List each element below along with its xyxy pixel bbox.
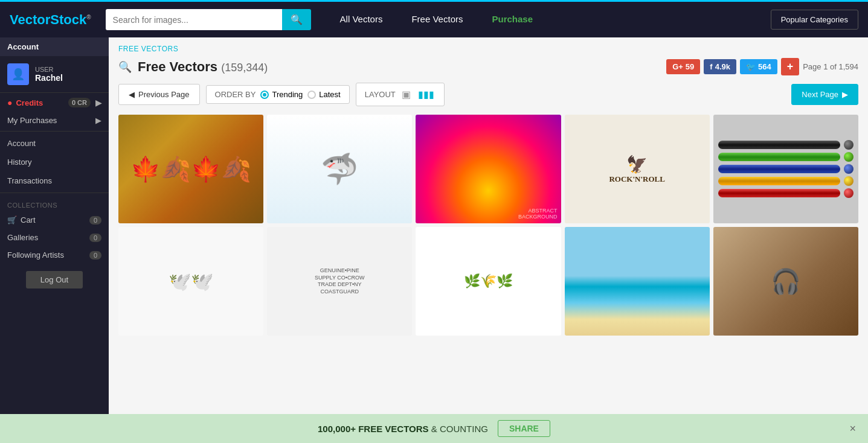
image-item[interactable]: 🌿🌾🌿	[416, 227, 561, 336]
grid-layout-icon[interactable]: ▣	[400, 88, 412, 101]
main-content: FREE VECTORS 🔍 Free Vectors (159,344) G+…	[109, 37, 868, 443]
sidebar-item-transactions[interactable]: Transactions	[0, 171, 109, 190]
nav-tab-free-vectors[interactable]: Free Vectors	[397, 8, 477, 32]
image-item[interactable]: 🍁🍂🍁🍂	[118, 115, 263, 223]
avatar: 👤	[7, 63, 29, 85]
trending-radio[interactable]	[260, 91, 269, 99]
banner-bold-text: 100,000+ FREE VECTORS	[318, 424, 429, 434]
image-item[interactable]: 🦅 ROCK'N'ROLL	[565, 115, 710, 223]
page-title-row: 🔍 Free Vectors (159,344)	[118, 59, 268, 75]
trending-label: Trending	[272, 90, 303, 99]
latest-option[interactable]: Latest	[307, 90, 340, 99]
latest-radio[interactable]	[307, 91, 316, 99]
credits-amount: 0 CR	[68, 98, 91, 107]
order-by-label: ORDER BY	[215, 90, 256, 99]
banner-counting: & COUNTING	[431, 424, 488, 434]
facebook-icon: f	[710, 62, 712, 71]
galleries-count: 0	[89, 234, 101, 242]
image-item[interactable]	[713, 115, 858, 223]
layout-label: LAYOUT	[365, 90, 396, 99]
logo-stock: Stock	[50, 12, 86, 27]
sidebar: Account 👤 USER Rachel ● Credits 0 CR ▶ M…	[0, 37, 109, 443]
bottom-banner: 100,000+ FREE VECTORS & COUNTING SHARE ×	[0, 414, 868, 443]
latest-label: Latest	[319, 90, 340, 99]
image-item[interactable]: GENUINE•PINESUPPLY CO•CROWTRADE DEPT•NYC…	[267, 227, 412, 336]
search-button[interactable]: 🔍	[282, 9, 311, 30]
addthis-button[interactable]: +	[781, 58, 800, 75]
following-artists-count: 0	[89, 251, 101, 260]
previous-page-button[interactable]: ◀ Previous Page	[118, 84, 200, 105]
beach-image	[565, 227, 710, 336]
image-item[interactable]: ABSTRACTBACKGROUND	[416, 115, 561, 223]
wings-image: 🕊️🕊️	[118, 227, 263, 336]
image-item[interactable]	[565, 227, 710, 336]
abstract-label: ABSTRACTBACKGROUND	[518, 208, 558, 220]
twitter-count: 564	[758, 62, 771, 71]
popular-categories-button[interactable]: Popular Categories	[771, 10, 858, 30]
cart-row[interactable]: 🛒 Cart 0	[0, 211, 109, 229]
account-tab[interactable]: Account	[0, 37, 109, 56]
twitter-button[interactable]: 🐦 564	[740, 59, 777, 74]
rockroll-image: 🦅 ROCK'N'ROLL	[565, 115, 710, 223]
buttons-image	[713, 115, 858, 223]
shark-image: 🦈	[267, 115, 412, 223]
account-tab-label: Account	[7, 42, 39, 51]
divider-2	[0, 193, 109, 193]
following-artists-row[interactable]: Following Artists 0	[0, 246, 109, 264]
cart-label: Cart	[21, 215, 36, 225]
sidebar-item-account[interactable]: Account	[0, 134, 109, 153]
logo[interactable]: VectorStock®	[10, 12, 91, 28]
facebook-count: 4.9k	[715, 62, 730, 71]
social-row: G+ 59 f 4.9k 🐦 564 + Page 1 of 1,594	[666, 58, 858, 75]
banner-text: 100,000+ FREE VECTORS & COUNTING	[318, 424, 488, 434]
nav-tab-all-vectors[interactable]: All Vectors	[326, 8, 397, 32]
username: Rachel	[35, 73, 63, 83]
nav-tabs: All Vectors Free Vectors Purchase	[326, 8, 547, 32]
page-header: 🔍 Free Vectors (159,344) G+ 59 f 4.9k 🐦 …	[118, 58, 858, 75]
divider-1	[0, 131, 109, 132]
logout-button[interactable]: Log Out	[26, 271, 83, 288]
google-plus-button[interactable]: G+ 59	[666, 59, 700, 74]
facebook-button[interactable]: f 4.9k	[704, 59, 736, 74]
galleries-row[interactable]: Galleries 0	[0, 229, 109, 246]
vector-count: (159,344)	[221, 62, 268, 74]
prev-arrow-icon: ◀	[129, 90, 135, 99]
my-purchases-label: My Purchases	[7, 116, 57, 125]
user-section: 👤 USER Rachel	[0, 56, 109, 93]
list-layout-icon[interactable]: ▮▮▮	[417, 88, 436, 101]
search-icon: 🔍	[291, 14, 303, 25]
image-item[interactable]: 🕊️🕊️	[118, 227, 263, 336]
cart-count: 0	[89, 216, 101, 225]
search-input[interactable]	[106, 9, 282, 30]
user-label: USER	[35, 66, 63, 73]
google-icon: G+	[672, 62, 683, 71]
cart-icon: 🛒	[7, 215, 17, 225]
my-purchases-row[interactable]: My Purchases ▶	[0, 112, 109, 129]
header: VectorStock® 🔍 All Vectors Free Vectors …	[0, 0, 868, 37]
my-purchases-arrow-icon: ▶	[95, 116, 101, 125]
sidebar-item-history[interactable]: History	[0, 153, 109, 171]
image-item[interactable]: 🎧	[713, 227, 858, 336]
nav-tab-purchase[interactable]: Purchase	[477, 8, 547, 32]
next-arrow-icon: ▶	[842, 90, 848, 99]
share-button[interactable]: SHARE	[498, 420, 550, 437]
abstract-image: ABSTRACTBACKGROUND	[416, 115, 561, 223]
logo-vector: Vector	[10, 12, 50, 27]
autumn-leaves-image: 🍁🍂🍁🍂	[118, 115, 263, 223]
controls-bar: ◀ Previous Page ORDER BY Trending Latest…	[118, 83, 858, 106]
trending-option[interactable]: Trending	[260, 90, 303, 99]
banner-close-button[interactable]: ×	[849, 422, 856, 435]
page-title: Free Vectors (159,344)	[138, 59, 268, 75]
image-item[interactable]: 🦈	[267, 115, 412, 223]
credits-label: Credits	[16, 98, 43, 107]
credits-row[interactable]: ● Credits 0 CR ▶	[0, 93, 109, 112]
page-info: Page 1 of 1,594	[803, 62, 858, 71]
next-label: Next Page	[802, 90, 838, 99]
prev-label: Previous Page	[138, 90, 190, 99]
credits-arrow-icon: ▶	[95, 98, 101, 107]
next-page-button[interactable]: Next Page ▶	[791, 84, 858, 105]
page-layout: Account 👤 USER Rachel ● Credits 0 CR ▶ M…	[0, 37, 868, 443]
galleries-label: Galleries	[7, 233, 38, 242]
search-bar: 🔍	[106, 9, 311, 30]
credits-dot: ●	[7, 98, 12, 107]
